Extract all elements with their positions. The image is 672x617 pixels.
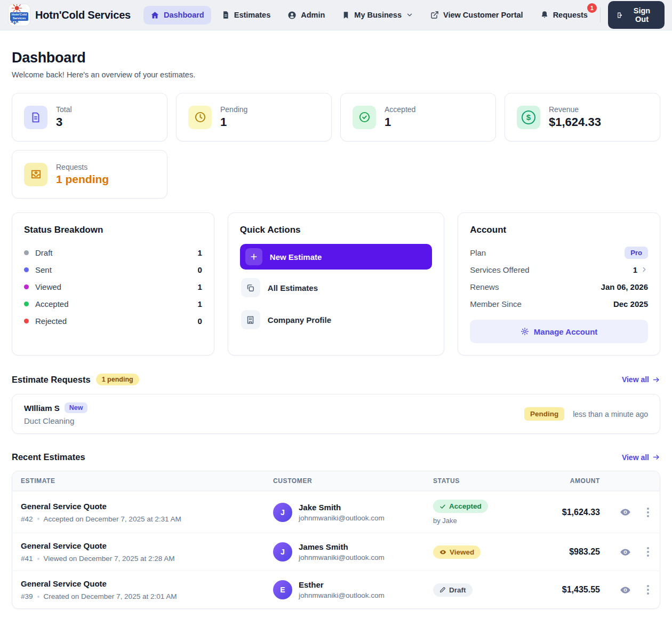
table-row[interactable]: General Service Quote #41 Viewed on Dece…	[12, 533, 660, 571]
nav-item-estimates[interactable]: Estimates	[214, 6, 278, 24]
stat-value: 1 pending	[56, 173, 109, 186]
stat-label: Total	[56, 105, 72, 114]
view-estimate-button[interactable]	[618, 582, 633, 598]
page-subtitle: Welcome back! Here's an overview of your…	[12, 70, 660, 79]
nav-divider	[600, 7, 601, 22]
stat-texts: Total 3	[56, 105, 72, 129]
stat-label: Pending	[220, 105, 247, 114]
building-icon	[241, 310, 260, 329]
status-label: Draft	[35, 248, 53, 257]
request-timestamp: less than a minute ago	[573, 410, 648, 418]
arrow-right-icon	[652, 453, 660, 461]
column-header-estimate: Estimate	[12, 471, 265, 491]
nav-item-view-customer-portal[interactable]: View Customer Portal	[423, 6, 530, 24]
nav-item-requests[interactable]: Requests 1	[533, 6, 595, 24]
table-row[interactable]: General Service Quote #42 Accepted on De…	[12, 491, 660, 533]
gear-icon	[521, 327, 529, 336]
status-dot-sent	[24, 267, 29, 272]
status-dot-draft	[24, 250, 29, 255]
stat-card-requests[interactable]: Requests 1 pending	[12, 150, 167, 199]
status-cell: Draft	[425, 575, 545, 605]
amount-cell: $1,435.55	[545, 577, 609, 603]
kebab-icon	[647, 585, 649, 595]
company-profile-button[interactable]: Company Profile	[240, 306, 432, 334]
stats-row: Total 3 Pending 1 Accepted 1 $	[12, 93, 660, 141]
manage-account-button[interactable]: Manage Account	[470, 320, 648, 343]
estimate-request-row[interactable]: WIlliam S New Duct Cleaning Pending less…	[12, 394, 660, 434]
status-cell: Viewed	[425, 537, 545, 567]
view-estimate-button[interactable]	[618, 544, 633, 560]
brand-logo: ☀ ❄ Hotn'Cold Services	[9, 4, 30, 26]
sign-out-button[interactable]: Sign Out	[608, 1, 665, 29]
table-header: Estimate Customer Status Amount	[12, 471, 660, 491]
document-icon	[24, 106, 47, 129]
estimate-number: #42	[21, 515, 33, 523]
stat-value: 3	[56, 115, 72, 129]
arrow-right-icon	[652, 376, 660, 384]
logo-ribbon: Hotn'Cold Services	[10, 12, 28, 21]
account-row-services[interactable]: Services Offered 1	[470, 261, 648, 278]
row-menu-button[interactable]	[645, 505, 651, 519]
kebab-icon	[647, 508, 649, 517]
estimate-meta: Viewed on December 7, 2025 at 2:28 AM	[44, 555, 175, 563]
dollar-icon: $	[517, 106, 540, 129]
page-title: Dashboard	[12, 50, 660, 66]
column-header-actions	[609, 475, 660, 487]
nav-right-group: Sign Out	[600, 1, 665, 29]
stats-row-2: Requests 1 pending	[12, 150, 660, 199]
all-estimates-label: All Estimates	[268, 283, 318, 292]
main-content: Dashboard Welcome back! Here's an overvi…	[0, 50, 672, 609]
status-dot-rejected	[24, 319, 29, 323]
company-profile-label: Company Profile	[268, 315, 331, 325]
quick-actions-panel: Quick Actions New Estimate All Estimates…	[228, 212, 444, 355]
stat-card-revenue: $ Revenue $1,624.33	[505, 93, 660, 141]
estimate-cell: General Service Quote #39 Created on Dec…	[12, 571, 265, 608]
primary-nav: Dashboard Estimates Admin My Business Vi…	[143, 6, 595, 25]
view-estimate-button[interactable]	[618, 504, 633, 520]
account-panel: Account Plan Pro Services Offered 1 Rene…	[458, 212, 660, 355]
inbox-arrow-down-icon	[24, 163, 47, 186]
status-label: Viewed	[35, 282, 61, 291]
status-count: 1	[197, 299, 202, 308]
row-menu-button[interactable]	[645, 583, 651, 597]
request-info: WIlliam S New Duct Cleaning	[24, 402, 87, 425]
check-icon	[439, 503, 446, 510]
customer-email: johnmwaniki@outlook.com	[299, 553, 385, 561]
nav-label: Estimates	[234, 11, 271, 19]
amount-cell: $983.25	[545, 539, 609, 565]
stat-card-pending: Pending 1	[176, 93, 332, 141]
copy-icon	[241, 278, 260, 297]
bell-icon	[540, 11, 549, 19]
table-row[interactable]: General Service Quote #39 Created on Dec…	[12, 571, 660, 608]
pencil-icon	[439, 587, 446, 593]
logo-line1: Hotn'Cold	[12, 13, 27, 16]
status-badge-viewed: Viewed	[433, 545, 481, 559]
status-row-draft: Draft 1	[24, 244, 202, 261]
sign-out-label: Sign Out	[628, 6, 656, 23]
stat-texts: Requests 1 pending	[56, 163, 109, 186]
recent-estimates-header: Recent Estimates View all	[12, 452, 660, 462]
estimate-title: General Service Quote	[21, 541, 256, 550]
plan-badge: Pro	[625, 247, 648, 259]
avatar: J	[273, 503, 292, 522]
view-all-requests-link[interactable]: View all	[622, 375, 660, 384]
nav-item-dashboard[interactable]: Dashboard	[143, 6, 211, 25]
stat-texts: Accepted 1	[385, 105, 415, 129]
row-menu-button[interactable]	[645, 545, 651, 559]
nav-item-admin[interactable]: Admin	[281, 6, 332, 25]
view-all-estimates-link[interactable]: View all	[622, 453, 660, 462]
customer-email: johnmwaniki@outlook.com	[299, 591, 385, 599]
avatar: J	[273, 542, 292, 561]
plus-icon	[245, 248, 262, 265]
new-estimate-button[interactable]: New Estimate	[240, 244, 432, 270]
check-circle-icon	[353, 106, 376, 129]
new-badge: New	[65, 402, 88, 413]
account-value: Jan 06, 2026	[601, 282, 648, 291]
all-estimates-button[interactable]: All Estimates	[240, 274, 432, 302]
stat-value: $1,624.33	[549, 115, 601, 129]
external-link-icon	[430, 11, 439, 19]
status-count: 0	[197, 265, 202, 274]
account-row-plan: Plan Pro	[470, 244, 648, 261]
customer-cell: J James Smith johnmwaniki@outlook.com	[265, 534, 425, 569]
nav-item-my-business[interactable]: My Business	[335, 6, 420, 24]
